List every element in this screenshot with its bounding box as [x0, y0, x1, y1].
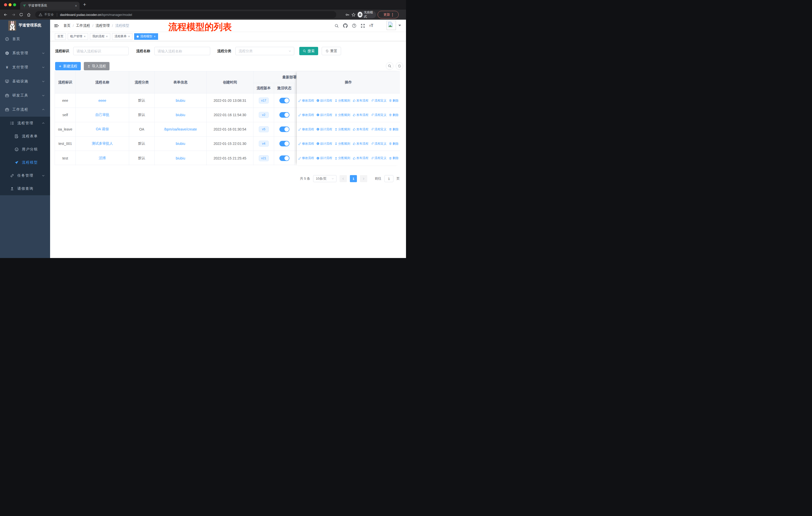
new-tab-button[interactable]: +	[83, 1, 86, 7]
reload-icon[interactable]	[19, 12, 23, 17]
modify-process-link[interactable]: 修改流程	[298, 113, 314, 117]
cell-name-link[interactable]: 自己审批	[76, 108, 129, 122]
sidebar-item-home[interactable]: 首页	[0, 32, 50, 46]
font-size-icon[interactable]: TT	[369, 23, 373, 28]
security-label[interactable]: 不安全	[44, 12, 54, 17]
goto-page-input[interactable]	[384, 175, 394, 182]
process-definition-link[interactable]: 流程定义	[371, 156, 387, 160]
modify-process-link[interactable]: 修改流程	[298, 99, 314, 103]
forward-arrow-icon[interactable]	[11, 12, 16, 17]
modify-process-link[interactable]: 修改流程	[298, 156, 314, 160]
sidebar-item-process-model[interactable]: 流程模型	[0, 156, 50, 169]
search-icon[interactable]	[335, 24, 339, 28]
assign-rule-link[interactable]: 分配规则	[335, 156, 350, 160]
caret-down-icon[interactable]	[399, 25, 401, 26]
traffic-zoom-button[interactable]	[13, 3, 16, 6]
process-definition-link[interactable]: 流程定义	[371, 127, 387, 132]
design-process-link[interactable]: 设计流程	[316, 113, 332, 117]
sidebar-item-leave-query[interactable]: 请假查询	[0, 182, 50, 195]
tag-process-model[interactable]: 流程模型×	[134, 33, 158, 40]
breadcrumb-workflow[interactable]: 工作流程	[76, 23, 90, 28]
breadcrumb-process-mgmt[interactable]: 流程管理	[96, 23, 110, 28]
design-process-link[interactable]: 设计流程	[316, 99, 332, 103]
sidebar-item-devtools[interactable]: 研发工具	[0, 88, 50, 103]
tag-close-icon[interactable]: ×	[106, 35, 108, 38]
assign-rule-link[interactable]: 分配规则	[335, 142, 350, 146]
current-page-button[interactable]: 1	[350, 175, 357, 182]
key-icon[interactable]	[345, 12, 350, 17]
sidebar-item-workflow[interactable]: 工作流程	[0, 103, 50, 117]
next-page-button[interactable]	[360, 175, 367, 182]
sidebar-item-process-form[interactable]: 流程表单	[0, 130, 50, 143]
process-definition-link[interactable]: 流程定义	[371, 142, 387, 146]
kebab-menu-icon[interactable]	[392, 13, 393, 17]
modify-process-link[interactable]: 修改流程	[298, 142, 314, 146]
form-link[interactable]: biubiu	[176, 99, 185, 103]
tag-tenant[interactable]: 租户管理×	[68, 33, 88, 40]
cell-name-link[interactable]: 测试多审批人	[76, 137, 129, 151]
assign-rule-link[interactable]: 分配规则	[335, 127, 350, 132]
modify-process-link[interactable]: 修改流程	[298, 127, 314, 132]
breadcrumb-home[interactable]: 首页	[63, 23, 70, 28]
status-toggle[interactable]	[280, 112, 289, 118]
design-process-link[interactable]: 设计流程	[316, 156, 332, 160]
tag-home[interactable]: 首页	[55, 33, 66, 40]
process-name-link[interactable]: OA 请假	[96, 127, 109, 132]
cell-name-link[interactable]: 滔博	[76, 151, 129, 165]
publish-process-link[interactable]: 发布流程	[353, 127, 369, 132]
process-name-link[interactable]: eeee	[98, 99, 106, 103]
fullscreen-icon[interactable]	[361, 24, 365, 28]
form-link[interactable]: /bpm/oa/leave/create	[164, 127, 197, 131]
browser-update-button[interactable]: 更新	[378, 11, 399, 19]
status-toggle[interactable]	[280, 141, 289, 146]
form-link[interactable]: biubiu	[176, 113, 185, 117]
status-toggle[interactable]	[280, 156, 289, 161]
design-process-link[interactable]: 设计流程	[316, 127, 332, 132]
cell-form-link[interactable]: biubiu	[154, 108, 207, 122]
cell-form-link[interactable]: biubiu	[154, 137, 207, 151]
home-icon[interactable]	[27, 12, 31, 17]
status-toggle[interactable]	[280, 98, 289, 103]
star-bookmark-icon[interactable]	[351, 12, 356, 17]
sidebar-item-user-group[interactable]: 用户分组	[0, 143, 50, 156]
tag-close-icon[interactable]: ×	[154, 35, 155, 38]
address-bar[interactable]: 不安全 dashboard.yudao.iocoder.cn/bpm/manag…	[35, 11, 336, 18]
sidebar-item-infra[interactable]: 基础设施	[0, 74, 50, 88]
reset-button[interactable]: 重置	[322, 47, 341, 55]
form-link[interactable]: biubiu	[176, 156, 185, 160]
tag-close-icon[interactable]: ×	[128, 35, 130, 38]
publish-process-link[interactable]: 发布流程	[353, 142, 369, 146]
cell-form-link[interactable]: biubiu	[154, 93, 207, 108]
collapse-sidebar-icon[interactable]	[54, 24, 59, 28]
github-icon[interactable]	[343, 23, 348, 28]
assign-rule-link[interactable]: 分配规则	[335, 99, 350, 103]
tag-my-process[interactable]: 我的流程×	[90, 33, 110, 40]
sidebar-item-payment[interactable]: ¥ 支付管理	[0, 60, 50, 74]
delete-link[interactable]: 删除	[389, 99, 399, 103]
tag-process-form[interactable]: 流程表单×	[112, 33, 133, 40]
publish-process-link[interactable]: 发布流程	[353, 156, 369, 160]
publish-process-link[interactable]: 发布流程	[353, 113, 369, 117]
delete-link[interactable]: 删除	[389, 127, 399, 132]
cell-name-link[interactable]: eeee	[76, 93, 129, 108]
prev-page-button[interactable]	[340, 175, 347, 182]
cell-name-link[interactable]: OA 请假	[76, 122, 129, 136]
design-process-link[interactable]: 设计流程	[316, 142, 332, 146]
process-name-input[interactable]	[154, 47, 210, 55]
back-arrow-icon[interactable]	[3, 12, 8, 17]
process-definition-link[interactable]: 流程定义	[371, 99, 387, 103]
search-button[interactable]: 搜索	[299, 47, 318, 55]
toggle-search-button[interactable]	[386, 62, 394, 70]
cell-form-link[interactable]: /bpm/oa/leave/create	[154, 122, 207, 136]
delete-link[interactable]: 删除	[389, 142, 399, 146]
page-size-select[interactable]: 10条/页	[313, 175, 337, 182]
publish-process-link[interactable]: 发布流程	[353, 99, 369, 103]
help-icon[interactable]	[352, 23, 356, 28]
tag-close-icon[interactable]: ×	[84, 35, 86, 38]
status-toggle[interactable]	[280, 127, 289, 132]
traffic-minimize-button[interactable]	[8, 3, 11, 6]
refresh-table-button[interactable]	[396, 62, 403, 70]
process-name-link[interactable]: 滔博	[99, 156, 106, 161]
process-name-link[interactable]: 测试多审批人	[92, 141, 113, 146]
form-link[interactable]: biubiu	[176, 142, 185, 146]
